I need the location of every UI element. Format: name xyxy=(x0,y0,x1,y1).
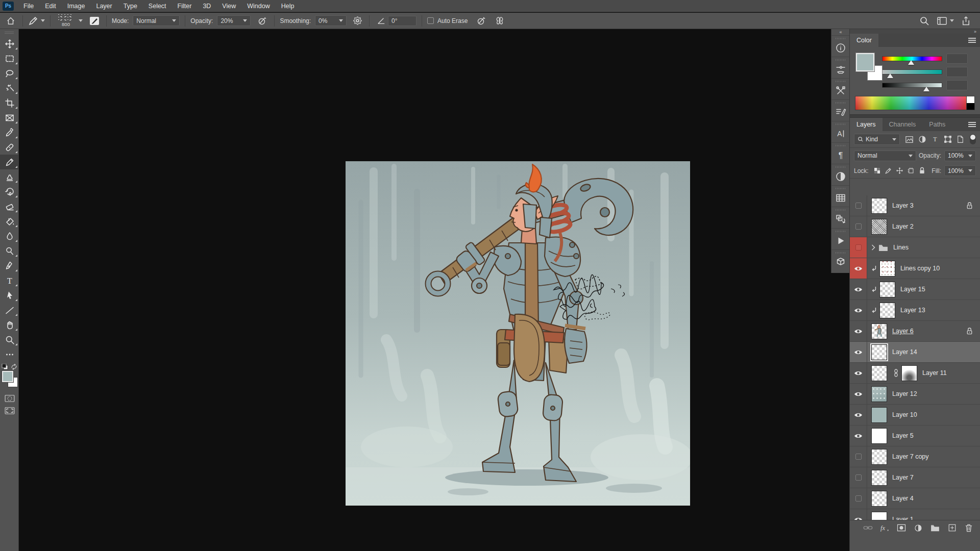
tab-color[interactable]: Color xyxy=(850,34,878,47)
pen-tool[interactable] xyxy=(0,258,19,273)
home-icon[interactable] xyxy=(4,15,17,27)
eyedropper-tool[interactable] xyxy=(0,125,19,140)
visibility-toggle[interactable] xyxy=(850,279,867,299)
white-black-swatches[interactable] xyxy=(967,96,975,110)
layer-thumbnail[interactable] xyxy=(871,323,887,339)
layers-fill-dropdown[interactable]: 100% xyxy=(944,165,976,176)
dock-swatches-panel[interactable] xyxy=(831,190,850,206)
menu-edit[interactable]: Edit xyxy=(39,0,62,12)
photoshop-logo[interactable]: Ps xyxy=(3,2,14,11)
default-colors-icon[interactable] xyxy=(2,364,8,370)
filter-toggle[interactable] xyxy=(970,134,976,144)
visibility-toggle[interactable] xyxy=(850,195,867,216)
tab-paths[interactable]: Paths xyxy=(922,118,952,131)
expand-panels-icon[interactable]: ›› xyxy=(974,29,976,34)
layer-row-layer-7-copy[interactable]: Layer 7 copy xyxy=(850,446,980,467)
visibility-toggle[interactable] xyxy=(850,216,867,237)
smoothing-dropdown[interactable]: 0% xyxy=(315,15,347,26)
S-value-input[interactable] xyxy=(946,67,968,77)
search-icon[interactable] xyxy=(919,16,929,26)
adjustment-layer-icon[interactable] xyxy=(912,522,924,534)
mask-link-icon[interactable] xyxy=(894,369,898,377)
delete-layer-icon[interactable] xyxy=(963,522,975,534)
layer-row-lines-copy-10[interactable]: Lines copy 10 xyxy=(850,258,980,279)
layer-row-layer-6[interactable]: Layer 6 xyxy=(850,321,980,342)
brush-preset-picker[interactable]: 800 xyxy=(56,14,83,27)
document-canvas[interactable] xyxy=(346,161,690,506)
marquee-tool[interactable] xyxy=(0,51,19,66)
quick-mask-button[interactable] xyxy=(0,392,19,405)
tab-layers[interactable]: Layers xyxy=(850,118,883,131)
layer-mask-thumbnail[interactable] xyxy=(901,365,917,381)
filter-shape-layers-icon[interactable] xyxy=(941,134,954,145)
visibility-toggle[interactable] xyxy=(850,300,867,320)
layer-thumbnail[interactable] xyxy=(871,365,887,381)
pressure-size-icon[interactable] xyxy=(475,15,488,27)
layer-name[interactable]: Layer 11 xyxy=(922,369,947,377)
visibility-toggle[interactable] xyxy=(850,342,867,362)
layer-row-layer-2[interactable]: Layer 2 xyxy=(850,216,980,237)
menu-window[interactable]: Window xyxy=(241,0,275,12)
pencil-tool[interactable] xyxy=(0,155,19,169)
layer-thumbnail[interactable] xyxy=(871,449,887,465)
layer-name[interactable]: Layer 7 copy xyxy=(892,453,929,460)
layer-thumbnail[interactable] xyxy=(879,282,895,297)
layer-name[interactable]: Layer 7 xyxy=(892,474,914,481)
layer-name[interactable]: Layer 13 xyxy=(900,307,925,314)
filter-smart-objects-icon[interactable] xyxy=(954,134,967,145)
dock-info-panel[interactable] xyxy=(831,40,850,56)
layer-thumbnail[interactable] xyxy=(879,303,895,318)
dock-brush-settings-panel[interactable] xyxy=(831,62,850,77)
layer-row-layer-14[interactable]: Layer 14 xyxy=(850,342,980,363)
H-slider[interactable] xyxy=(882,56,942,61)
layer-row-layer-11[interactable]: Layer 11 xyxy=(850,363,980,384)
layer-row-layer-12[interactable]: Layer 12 xyxy=(850,384,980,405)
layer-row-layer-15[interactable]: Layer 15 xyxy=(850,279,980,300)
menu-layer[interactable]: Layer xyxy=(90,0,117,12)
dock-brushes-panel[interactable] xyxy=(831,105,850,120)
type-tool[interactable]: T xyxy=(0,273,19,288)
layer-name[interactable]: Layer 15 xyxy=(900,286,925,293)
panel-menu-icon[interactable] xyxy=(968,38,976,43)
lock-pixels-icon[interactable] xyxy=(883,166,894,176)
frame-tool[interactable] xyxy=(0,110,19,125)
dock-libraries-panel[interactable] xyxy=(831,255,850,270)
visibility-toggle[interactable] xyxy=(850,446,867,467)
quick-select-tool[interactable] xyxy=(0,81,19,95)
crop-tool[interactable] xyxy=(0,95,19,110)
line-tool[interactable] xyxy=(0,303,19,317)
panel-menu-icon[interactable] xyxy=(968,122,976,127)
layer-row-lines[interactable]: Lines xyxy=(850,237,980,258)
history-brush-tool[interactable] xyxy=(0,184,19,199)
visibility-toggle[interactable] xyxy=(850,405,867,425)
layer-row-layer-13[interactable]: Layer 13 xyxy=(850,300,980,321)
add-layer-mask-icon[interactable] xyxy=(895,522,908,534)
visibility-toggle[interactable] xyxy=(850,237,867,258)
move-tool[interactable] xyxy=(0,36,19,51)
tool-preset-picker[interactable] xyxy=(28,16,45,26)
B-slider[interactable] xyxy=(882,83,942,88)
hand-tool[interactable] xyxy=(0,317,19,332)
share-icon[interactable] xyxy=(961,16,971,26)
layer-name[interactable]: Layer 5 xyxy=(892,432,914,439)
layer-row-layer-7[interactable]: Layer 7 xyxy=(850,467,980,488)
visibility-toggle[interactable] xyxy=(850,363,867,383)
visibility-toggle[interactable] xyxy=(850,488,867,509)
dock-adjustments-panel[interactable] xyxy=(831,169,850,184)
menu-help[interactable]: Help xyxy=(276,0,300,12)
group-expand-chevron[interactable] xyxy=(871,244,875,251)
layer-thumbnail[interactable] xyxy=(871,407,887,423)
visibility-toggle[interactable] xyxy=(850,509,867,520)
visibility-toggle[interactable] xyxy=(850,467,867,488)
brush-angle-input[interactable]: 0° xyxy=(388,16,416,26)
menu-type[interactable]: Type xyxy=(118,0,143,12)
layer-row-layer-3[interactable]: Layer 3 xyxy=(850,195,980,216)
layer-name[interactable]: Lines xyxy=(893,244,909,251)
lock-artboard-icon[interactable] xyxy=(905,166,917,176)
paint-bucket-tool[interactable] xyxy=(0,214,19,229)
layer-name[interactable]: Lines copy 10 xyxy=(900,265,940,272)
layer-thumbnail[interactable] xyxy=(871,198,887,214)
layer-name[interactable]: Layer 1 xyxy=(892,516,914,520)
screen-mode-button[interactable] xyxy=(0,405,19,417)
visibility-toggle[interactable] xyxy=(850,425,867,446)
